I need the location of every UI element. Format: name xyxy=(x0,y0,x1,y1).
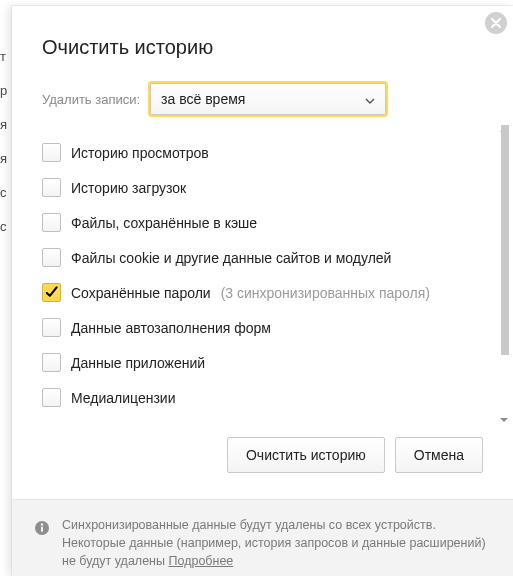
option-label: Сохранённые пароли xyxy=(71,285,211,301)
footer-text-body: Синхронизированные данные будут удалены … xyxy=(62,518,486,568)
option-label: Файлы, сохранённые в кэше xyxy=(71,215,257,231)
scrollbar[interactable] xyxy=(497,125,511,417)
option-row-media-licenses: Медиалицензии xyxy=(42,388,483,407)
scroll-down-arrow-icon[interactable] xyxy=(499,411,509,421)
time-range-value: за всё время xyxy=(161,91,245,107)
dialog-footer: Синхронизированные данные будут удалены … xyxy=(12,499,513,576)
option-row-download-history: Историю загрузок xyxy=(42,178,483,197)
option-label: Историю просмотров xyxy=(71,145,209,161)
checkbox-media-licenses[interactable] xyxy=(42,388,61,407)
options-scroll-area: Историю просмотровИсторию загрузокФайлы,… xyxy=(12,125,513,417)
svg-point-1 xyxy=(41,523,43,525)
time-range-label: Удалить записи: xyxy=(42,92,140,107)
option-label: Данные автозаполнения форм xyxy=(71,320,271,336)
clear-history-button[interactable]: Очистить историю xyxy=(227,437,385,473)
footer-text: Синхронизированные данные будут удалены … xyxy=(62,516,491,570)
option-row-cached-files: Файлы, сохранённые в кэше xyxy=(42,213,483,232)
option-label: Медиалицензии xyxy=(71,390,176,406)
clear-history-button-label: Очистить историю xyxy=(246,447,366,463)
option-sublabel: (3 синхронизированных пароля) xyxy=(221,285,430,301)
svg-rect-2 xyxy=(41,527,43,533)
footer-learn-more-link[interactable]: Подробнее xyxy=(168,554,233,568)
checkbox-browsing-history[interactable] xyxy=(42,143,61,162)
checkbox-cookies[interactable] xyxy=(42,248,61,267)
cancel-button[interactable]: Отмена xyxy=(395,437,483,473)
option-row-autofill-data: Данные автозаполнения форм xyxy=(42,318,483,337)
option-label: Данные приложений xyxy=(71,355,205,371)
option-label: Историю загрузок xyxy=(71,180,186,196)
option-label: Файлы cookie и другие данные сайтов и мо… xyxy=(71,250,391,266)
time-range-select[interactable]: за всё время xyxy=(150,83,386,115)
checkbox-download-history[interactable] xyxy=(42,178,61,197)
checkbox-saved-passwords[interactable] xyxy=(42,283,61,302)
dialog-title: Очистить историю xyxy=(42,36,483,59)
options-list: Историю просмотровИсторию загрузокФайлы,… xyxy=(12,125,513,417)
option-row-app-data: Данные приложений xyxy=(42,353,483,372)
checkbox-app-data[interactable] xyxy=(42,353,61,372)
time-range-row: Удалить записи: за всё время xyxy=(12,69,513,125)
chevron-down-icon xyxy=(365,91,375,107)
option-row-browsing-history: Историю просмотров xyxy=(42,143,483,162)
info-icon xyxy=(34,520,50,541)
dialog-actions: Очистить историю Отмена xyxy=(12,417,513,499)
scrollbar-thumb[interactable] xyxy=(501,125,509,355)
checkbox-cached-files[interactable] xyxy=(42,213,61,232)
dialog-header: Очистить историю xyxy=(12,6,513,69)
option-row-saved-passwords: Сохранённые пароли (3 синхронизированных… xyxy=(42,283,483,302)
option-row-cookies: Файлы cookie и другие данные сайтов и мо… xyxy=(42,248,483,267)
cancel-button-label: Отмена xyxy=(414,447,464,463)
close-icon xyxy=(491,14,501,32)
close-button[interactable] xyxy=(485,12,507,34)
checkbox-autofill-data[interactable] xyxy=(42,318,61,337)
clear-history-dialog: Очистить историю Удалить записи: за всё … xyxy=(12,6,513,576)
background-page: тряясс xyxy=(0,0,10,576)
